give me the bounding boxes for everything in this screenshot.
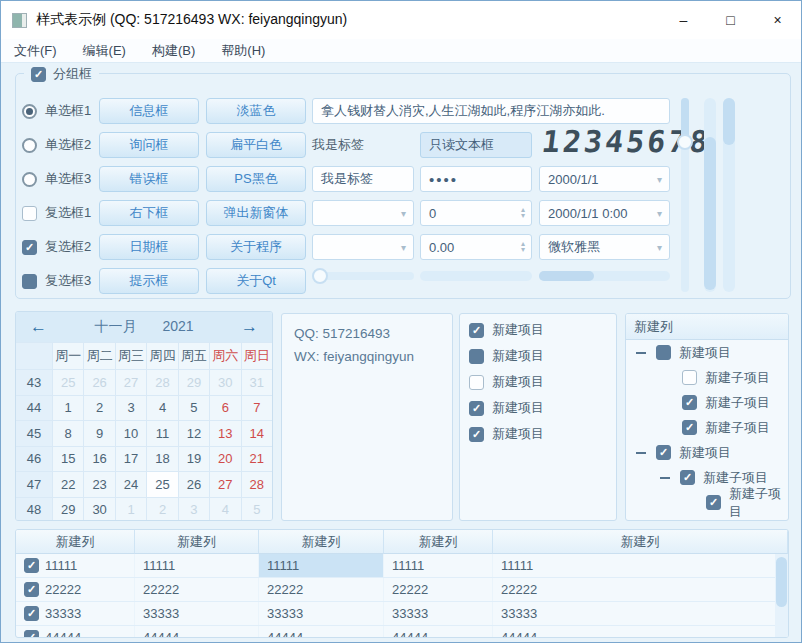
calendar-day[interactable]: 25 <box>147 472 177 497</box>
calendar-day[interactable]: 18 <box>147 447 177 472</box>
vertical-scrollbar-1[interactable] <box>704 98 716 292</box>
table-cell[interactable]: ✓11111 <box>16 554 135 577</box>
menu-item[interactable]: 编辑(E) <box>70 39 139 63</box>
table-cell[interactable]: 44444 <box>135 626 259 638</box>
radio-option[interactable]: 单选框3 <box>22 166 91 192</box>
checkbox-checked-icon[interactable]: ✓ <box>24 582 39 597</box>
radio-off-icon[interactable] <box>22 138 37 153</box>
table-cell[interactable]: 44444 <box>384 626 493 638</box>
table-row[interactable]: ✓2222222222222222222222222 <box>16 578 788 602</box>
vertical-scrollbar-2[interactable] <box>723 98 735 292</box>
calendar-day[interactable]: 17 <box>116 447 146 472</box>
style-button[interactable]: 关于Qt <box>206 268 306 294</box>
calendar-day[interactable]: 26 <box>84 370 114 395</box>
table-cell[interactable]: 33333 <box>493 602 788 625</box>
table-column-header[interactable]: 新建列 <box>384 530 493 554</box>
collapse-icon[interactable] <box>658 477 672 479</box>
radio-on-icon[interactable] <box>22 104 37 119</box>
collapse-icon[interactable] <box>634 352 648 354</box>
style-button[interactable]: 淡蓝色 <box>206 98 306 124</box>
checkbox-checked-icon[interactable]: ✓ <box>680 470 695 485</box>
horizontal-scrollbar-empty[interactable] <box>420 271 532 281</box>
table-cell[interactable]: 22222 <box>135 578 259 601</box>
style-button[interactable]: PS黑色 <box>206 166 306 192</box>
calendar-day[interactable]: 22 <box>53 472 83 497</box>
vertical-slider[interactable] <box>677 98 693 292</box>
dialog-button[interactable]: 提示框 <box>99 268 199 294</box>
table-cell[interactable]: 11111 <box>135 554 259 577</box>
checkbox-checked-icon[interactable]: ✓ <box>469 427 484 442</box>
list-item[interactable]: ✓新建项目 <box>460 421 616 447</box>
checkbox-checked-icon[interactable]: ✓ <box>469 323 484 338</box>
groupbox-title[interactable]: ✓ 分组框 <box>24 65 99 83</box>
checkbox-checked-icon[interactable]: ✓ <box>24 606 39 621</box>
calendar-day[interactable]: 20 <box>210 447 240 472</box>
calendar-day[interactable]: 9 <box>84 421 114 446</box>
calendar-day[interactable]: 28 <box>147 370 177 395</box>
text-area[interactable]: QQ: 517216493 WX: feiyangqingyun <box>281 313 453 521</box>
list-item[interactable]: 新建项目 <box>460 369 616 395</box>
calendar-year[interactable]: 2021 <box>162 318 193 336</box>
list-item[interactable]: ✓新建项目 <box>460 395 616 421</box>
date-edit[interactable]: 2000/1/1 ▾ <box>539 166 670 192</box>
calendar-day[interactable]: 23 <box>84 472 114 497</box>
calendar-day[interactable]: 14 <box>242 421 272 446</box>
table-cell[interactable]: 11111 <box>384 554 493 577</box>
table-cell[interactable]: 44444 <box>493 626 788 638</box>
table-cell[interactable]: 33333 <box>384 602 493 625</box>
table-column-header[interactable]: 新建列 <box>493 530 788 554</box>
close-button[interactable]: × <box>754 1 801 39</box>
calendar-day[interactable]: 10 <box>116 421 146 446</box>
calendar-day[interactable]: 31 <box>242 370 272 395</box>
table-row[interactable]: ✓4444444444444444444444444 <box>16 626 788 638</box>
calendar-day[interactable]: 25 <box>53 370 83 395</box>
checkbox-partial-icon[interactable] <box>656 345 671 360</box>
calendar-day[interactable]: 12 <box>179 421 209 446</box>
prev-month-icon[interactable]: ← <box>30 317 47 337</box>
tree-header[interactable]: 新建列 <box>626 314 788 340</box>
tree-item[interactable]: ✓新建子项目 <box>626 390 788 415</box>
scrollbar-thumb[interactable] <box>539 271 594 281</box>
calendar-day[interactable]: 2 <box>147 498 177 522</box>
style-button[interactable]: 关于程序 <box>206 234 306 260</box>
calendar-day[interactable]: 27 <box>116 370 146 395</box>
checkbox-partial-icon[interactable] <box>22 274 37 289</box>
checkbox-partial-icon[interactable] <box>469 349 484 364</box>
spin-box[interactable]: 0 ▴▾ <box>420 200 532 226</box>
checkbox-option[interactable]: ✓复选框2 <box>22 234 91 260</box>
calendar-day[interactable]: 1 <box>53 396 83 421</box>
checkbox-checked-icon[interactable]: ✓ <box>706 495 721 510</box>
calendar-day[interactable]: 27 <box>210 472 240 497</box>
checkbox-checked-icon[interactable]: ✓ <box>22 240 37 255</box>
next-month-icon[interactable]: → <box>241 317 258 337</box>
checkbox-option[interactable]: 复选框1 <box>22 200 91 226</box>
horizontal-slider[interactable] <box>312 268 414 284</box>
dialog-button[interactable]: 错误框 <box>99 166 199 192</box>
combo-box-1[interactable]: ▾ <box>312 200 414 226</box>
table-cell[interactable]: 22222 <box>259 578 384 601</box>
checkbox-checked-icon[interactable]: ✓ <box>682 420 697 435</box>
dialog-button[interactable]: 信息框 <box>99 98 199 124</box>
scrollbar-thumb[interactable] <box>723 98 735 145</box>
checkbox-checked-icon[interactable]: ✓ <box>24 630 39 638</box>
slider-handle[interactable] <box>312 268 328 284</box>
calendar-day[interactable]: 8 <box>53 421 83 446</box>
style-button[interactable]: 弹出新窗体 <box>206 200 306 226</box>
double-spin-box[interactable]: 0.00 ▴▾ <box>420 234 532 260</box>
table-cell[interactable]: 11111 <box>493 554 788 577</box>
table-cell[interactable]: 33333 <box>259 602 384 625</box>
menu-item[interactable]: 构建(B) <box>139 39 208 63</box>
calendar-month[interactable]: 十一月 <box>94 318 136 336</box>
calendar-day[interactable]: 3 <box>179 498 209 522</box>
table-cell[interactable]: 11111 <box>259 554 384 577</box>
checkbox-checked-icon[interactable]: ✓ <box>682 395 697 410</box>
calendar-day[interactable]: 7 <box>242 396 272 421</box>
tree-item[interactable]: ✓新建子项目 <box>626 415 788 440</box>
horizontal-scrollbar[interactable] <box>539 271 670 281</box>
calendar-day[interactable]: 13 <box>210 421 240 446</box>
calendar-day[interactable]: 5 <box>179 396 209 421</box>
scrollbar-thumb[interactable] <box>704 137 716 290</box>
dialog-button[interactable]: 右下框 <box>99 200 199 226</box>
calendar-day[interactable]: 30 <box>210 370 240 395</box>
maximize-button[interactable]: □ <box>707 1 754 39</box>
